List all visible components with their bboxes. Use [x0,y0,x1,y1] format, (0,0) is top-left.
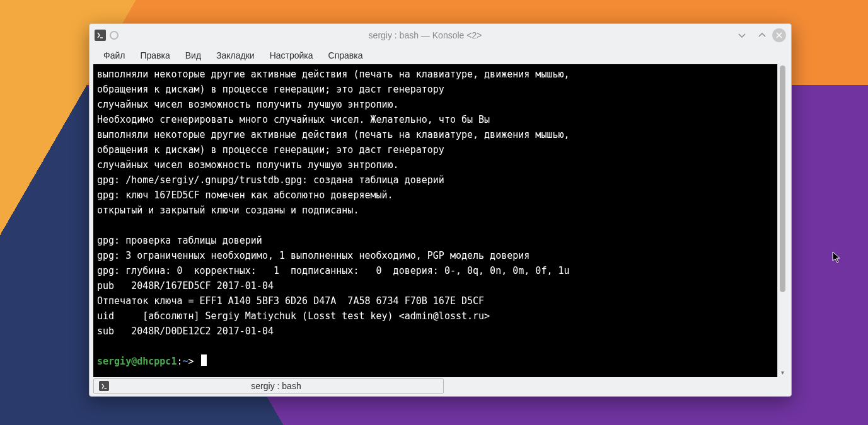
menu-bookmarks[interactable]: Закладки [209,48,262,63]
menu-file[interactable]: Файл [96,48,132,63]
pin-icon[interactable] [110,31,119,40]
maximize-button[interactable] [756,29,768,42]
konsole-window: sergiy : bash — Konsole <2> Файл Правка … [89,23,792,397]
terminal-container: выполняли некоторые другие активные дейс… [93,64,787,377]
menu-view[interactable]: Вид [178,48,209,63]
titlebar[interactable]: sergiy : bash — Konsole <2> [90,24,791,47]
menu-settings[interactable]: Настройка [262,48,321,63]
tab-label: sergiy : bash [114,381,438,391]
menu-edit[interactable]: Правка [132,48,177,63]
app-icon [95,30,106,41]
minimize-button[interactable] [736,29,748,42]
close-button[interactable] [772,28,786,42]
menubar: Файл Правка Вид Закладки Настройка Справ… [90,47,791,64]
tabbar: sergiy : bash [90,377,791,396]
scrollbar-thumb[interactable] [780,65,785,292]
terminal-icon [99,381,109,391]
tab-session[interactable]: sergiy : bash [93,378,444,394]
scroll-down-icon[interactable]: ▾ [778,368,787,377]
terminal[interactable]: выполняли некоторые другие активные дейс… [93,64,777,377]
window-title: sergiy : bash — Konsole <2> [122,30,728,40]
scrollbar[interactable]: ▾ [777,64,787,377]
menu-help[interactable]: Справка [321,48,371,63]
